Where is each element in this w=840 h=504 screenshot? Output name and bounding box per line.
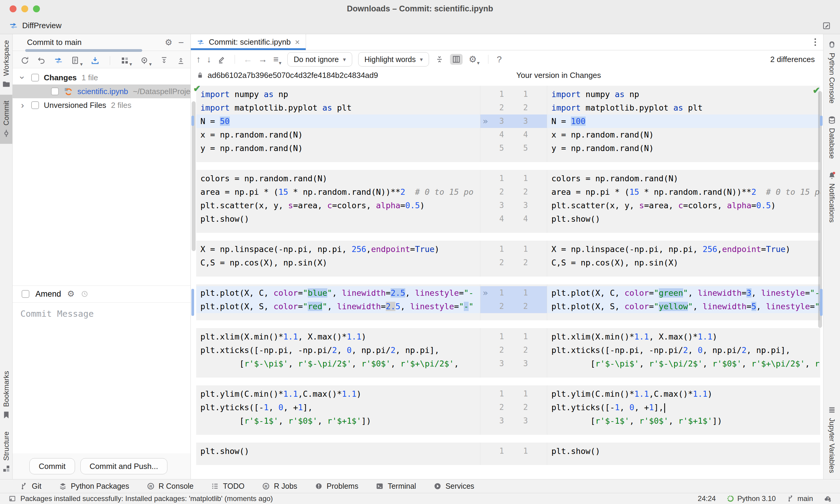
code-line[interactable]: colors = np.random.rand(N) [547, 172, 820, 185]
diff-editor[interactable]: ✔ ✔ import numpy as npimport matplotlib.… [191, 82, 823, 479]
tool-tab-database[interactable]: Database [823, 109, 840, 165]
code-line[interactable]: [r'$-1$', r'$0$', r'$+1$']) [196, 414, 480, 428]
code-line[interactable]: plt.plot(X, S, color="red", linewidth=2.… [196, 300, 480, 313]
tool-window-button-r-jobs[interactable]: R Jobs [262, 482, 297, 490]
code-line[interactable]: plt.scatter(x, y, s=area, c=colors, alph… [547, 199, 820, 212]
edit-source-icon[interactable] [217, 55, 226, 64]
code-line[interactable]: import matplotlib.pyplot as plt [547, 101, 820, 114]
tool-window-button-terminal[interactable]: Terminal [376, 482, 416, 490]
code-line[interactable]: plt.plot(X, S, color="yellow", linewidth… [547, 300, 820, 313]
group-by-icon[interactable]: ▾ [120, 56, 132, 65]
refresh-icon[interactable] [20, 56, 29, 65]
code-line[interactable]: plt.ylim(C.min()*1.1,C.max()*1.1) [196, 387, 480, 401]
commit-message-input[interactable]: Commit Message [13, 302, 190, 453]
shelve-icon[interactable] [91, 56, 100, 65]
rollback-icon[interactable] [37, 56, 46, 65]
code-line[interactable]: plt.plot(X, C, color="blue", linewidth=2… [196, 286, 480, 300]
next-difference-icon[interactable]: ↓ [207, 55, 211, 64]
code-line[interactable]: X = np.linspace(-np.pi, np.pi, 256,endpo… [196, 242, 480, 256]
tool-tab-bookmarks[interactable]: Bookmarks [0, 365, 12, 426]
tool-tab-notifications[interactable]: Notifications [823, 165, 840, 229]
code-line[interactable]: plt.plot(X, C, color="green", linewidth=… [547, 286, 820, 300]
changelist-icon[interactable]: ▾ [71, 56, 83, 65]
tab-options-kebab-icon[interactable] [807, 34, 823, 50]
locate-icon[interactable]: ▾ [140, 56, 152, 65]
code-line[interactable]: X = np.linspace(-np.pi, np.pi, 256,endpo… [547, 242, 820, 256]
amend-checkbox[interactable] [22, 290, 29, 298]
edit-window-icon[interactable] [822, 21, 831, 30]
close-tab-icon[interactable]: × [295, 37, 300, 47]
code-line[interactable]: N = 100 [547, 114, 820, 128]
tool-window-button-git[interactable]: Git [20, 482, 41, 490]
code-line[interactable]: area = np.pi * (15 * np.random.rand(N))*… [547, 185, 820, 199]
tool-window-button-problems[interactable]: Problems [315, 482, 359, 490]
close-window-button[interactable] [10, 5, 17, 12]
caret-position-widget[interactable]: 24:24 [698, 494, 716, 503]
code-line[interactable]: plt.yticks([-1, 0, +1], [547, 401, 820, 414]
tool-tab-jupyter-variables[interactable]: Jupyter Variables [823, 399, 840, 479]
code-line[interactable]: plt.xlim(X.min()*1.1, X.max()*1.1) [196, 330, 480, 343]
code-line[interactable]: C,S = np.cos(X), np.sin(X) [547, 256, 820, 269]
commit-history-clock-icon[interactable] [81, 290, 88, 298]
commit-button[interactable]: Commit [29, 458, 75, 474]
chevron-right-icon[interactable]: › [19, 100, 27, 110]
code-line[interactable]: y = np.random.rand(N) [196, 141, 480, 155]
code-line[interactable]: y = np.random.rand(N) [547, 141, 820, 155]
changes-group-row[interactable]: › Changes 1 file [13, 71, 190, 85]
code-line[interactable]: C,S = np.cos(X), np.sin(X) [196, 256, 480, 269]
tool-tab-python-console[interactable]: Python Console [823, 34, 840, 109]
code-line[interactable]: plt.show() [196, 212, 480, 226]
code-line[interactable]: area = np.pi * (15 * np.random.rand(N))*… [196, 185, 480, 199]
unversioned-group-row[interactable]: › Unversioned Files 2 files [13, 98, 190, 112]
commit-and-push-button[interactable]: Commit and Push... [81, 458, 167, 474]
code-line[interactable]: plt.xticks([-np.pi, -np.pi/2, 0, np.pi/2… [547, 343, 820, 357]
synchronize-columns-icon[interactable] [450, 54, 463, 65]
tab-commit-scientific-ipynb[interactable]: Commit: scientific.ipynb × [191, 34, 306, 50]
tool-windows-icon[interactable] [8, 495, 16, 503]
ignore-policy-dropdown[interactable]: Do not ignore ▾ [287, 52, 352, 67]
expand-all-icon[interactable] [159, 56, 169, 65]
changed-line-chevron-icon[interactable]: » [483, 286, 488, 300]
forward-icon[interactable]: → [258, 55, 267, 64]
cloud-help-icon[interactable] [824, 495, 832, 503]
code-line[interactable]: [r'$-\pi$', r'$-\pi/2$', r'$0$', r'$+\pi… [196, 357, 480, 371]
code-line[interactable]: plt.scatter(x, y, s=area, c=colors, alph… [196, 199, 480, 212]
previous-difference-icon[interactable]: ↑ [196, 55, 201, 64]
file-checkbox[interactable] [51, 88, 59, 95]
tool-window-button-python-packages[interactable]: Python Packages [59, 482, 129, 490]
changed-file-row[interactable]: scientific.ipynb ~/DataspellProjects [13, 85, 190, 98]
minimize-window-button[interactable] [21, 5, 28, 12]
code-line[interactable]: colors = np.random.rand(N) [196, 172, 480, 185]
code-line[interactable]: import numpy as np [547, 88, 820, 101]
code-line[interactable]: plt.show() [196, 444, 480, 458]
code-line[interactable]: plt.xlim(X.min()*1.1, X.max()*1.1) [547, 330, 820, 343]
hide-panel-icon[interactable]: − [178, 38, 184, 47]
highlight-policy-dropdown[interactable]: Highlight words ▾ [358, 52, 429, 67]
git-branch-widget[interactable]: main [787, 494, 813, 503]
code-line[interactable]: [r'$-1$', r'$0$', r'$+1$']) [547, 414, 820, 428]
code-line[interactable]: x = np.random.rand(N) [547, 128, 820, 141]
commit-settings-gear-icon[interactable]: ⚙ [67, 290, 75, 298]
code-line[interactable]: plt.xticks([-np.pi, -np.pi/2, 0, np.pi/2… [196, 343, 480, 357]
changes-checkbox[interactable] [31, 74, 39, 82]
tool-window-button-r-console[interactable]: R Console [147, 482, 194, 490]
code-line[interactable]: [r'$-\pi$', r'$-\pi/2$', r'$0$', r'$+\pi… [547, 357, 820, 371]
chevron-down-icon[interactable]: › [17, 74, 28, 82]
tool-tab-commit[interactable]: Commit [0, 95, 12, 144]
collapse-all-icon[interactable] [176, 56, 185, 65]
code-line[interactable]: plt.show() [547, 444, 820, 458]
interpreter-widget[interactable]: Python 3.10 [726, 494, 776, 503]
code-line[interactable]: plt.ylim(C.min()*1.1,C.max()*1.1) [547, 387, 820, 401]
tool-window-button-services[interactable]: Services [433, 482, 474, 490]
tool-tab-structure[interactable]: Structure [0, 426, 12, 479]
code-line[interactable]: N = 50 [196, 114, 480, 128]
help-icon[interactable]: ? [497, 55, 502, 64]
changed-line-chevron-icon[interactable]: » [483, 114, 488, 128]
code-line[interactable]: plt.yticks([-1, 0, +1], [196, 401, 480, 414]
tool-tab-workspace[interactable]: Workspace [0, 34, 12, 95]
diff-settings-icon[interactable]: ⚙▾ [468, 55, 479, 64]
commit-options-gear-icon[interactable]: ⚙ [165, 38, 172, 47]
compare-menu-icon[interactable]: ≡▾ [273, 55, 281, 64]
code-line[interactable]: import matplotlib.pyplot as plt [196, 101, 480, 114]
tool-window-button-todo[interactable]: TODO [211, 482, 244, 490]
